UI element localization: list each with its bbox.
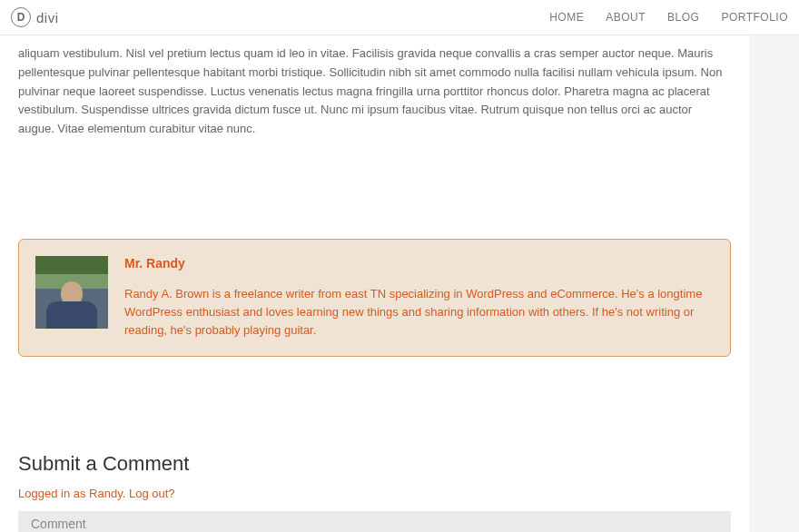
primary-nav: HOME ABOUT BLOG PORTFOLIO (549, 11, 788, 24)
site-header: D divi HOME ABOUT BLOG PORTFOLIO (0, 0, 799, 35)
article-body: aliquam vestibulum. Nisl vel pretium lec… (18, 44, 731, 139)
nav-about[interactable]: ABOUT (606, 11, 646, 24)
author-bio: Randy A. Brown is a freelance writer fro… (124, 285, 714, 340)
comment-input[interactable] (18, 511, 731, 532)
logout-link[interactable]: Log out? (129, 487, 175, 500)
author-name[interactable]: Mr. Randy (124, 256, 714, 271)
nav-portfolio[interactable]: PORTFOLIO (721, 11, 788, 24)
separator-dot: . (123, 487, 129, 500)
sidebar (749, 35, 799, 532)
author-info: Mr. Randy Randy A. Brown is a freelance … (124, 256, 714, 340)
author-avatar (35, 256, 108, 329)
logo-icon: D (11, 7, 31, 27)
author-box: Mr. Randy Randy A. Brown is a freelance … (18, 239, 731, 357)
nav-blog[interactable]: BLOG (667, 11, 699, 24)
content-wrap: aliquam vestibulum. Nisl vel pretium lec… (0, 35, 799, 532)
nav-home[interactable]: HOME (549, 11, 584, 24)
logo-text: divi (36, 10, 59, 25)
logo[interactable]: D divi (11, 7, 59, 27)
logged-in-status: Logged in as Randy. Log out? (18, 487, 731, 500)
comment-form-heading: Submit a Comment (18, 452, 731, 476)
main-column: aliquam vestibulum. Nisl vel pretium lec… (0, 35, 749, 532)
logged-in-user-link[interactable]: Logged in as Randy (18, 487, 123, 500)
